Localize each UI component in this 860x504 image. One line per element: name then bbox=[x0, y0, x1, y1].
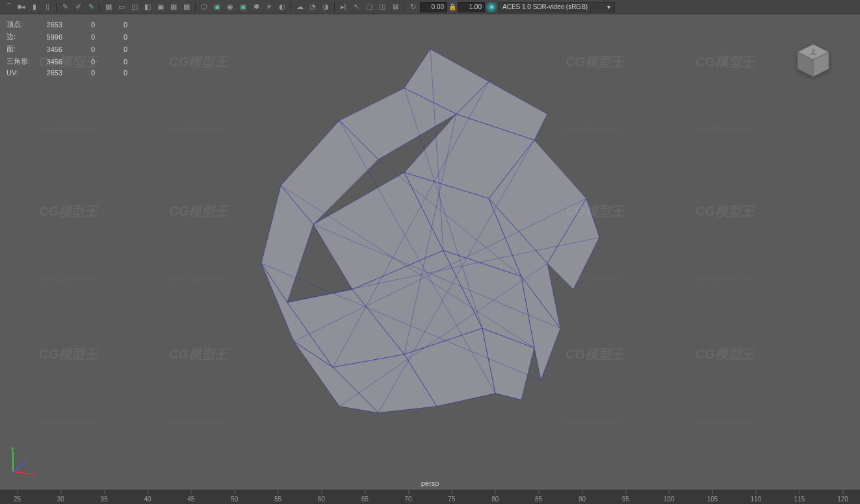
view-cube[interactable]: 上 bbox=[792, 40, 834, 82]
separator bbox=[56, 3, 57, 12]
grid-icon[interactable]: ▦ bbox=[103, 1, 114, 13]
viewport-toolbar: ⌒ ■◂ ▮ ▯ ✎ ✐ ✎ ▦ ▭ ◫ ◧ ▣ ▦ ▩ ⬡ ▣ ◉ ▣ ✱ ☀… bbox=[0, 0, 860, 14]
timeline-tick: 25 bbox=[14, 496, 21, 503]
film-gate-icon[interactable]: ▭ bbox=[116, 1, 127, 13]
watermark-url: www.CGMXW.com bbox=[39, 275, 94, 283]
watermark-url: www.CGMXW.com bbox=[696, 275, 750, 283]
timeline-tick: 30 bbox=[57, 496, 64, 503]
separator bbox=[99, 3, 100, 12]
svg-text:y: y bbox=[11, 446, 14, 452]
svg-line-36 bbox=[13, 472, 31, 474]
watermark: CG模型王 bbox=[696, 203, 754, 220]
svg-text:x: x bbox=[33, 471, 36, 477]
colorspace-dropdown[interactable]: ACES 1.0 SDR-video (sRGB) ▾ bbox=[498, 2, 615, 12]
hud-row: 面:345600 bbox=[7, 43, 137, 55]
hud-row: 三角形:345600 bbox=[7, 55, 137, 68]
dof-icon[interactable]: ◔ bbox=[307, 1, 319, 13]
timeline-track[interactable]: 2530354045505560657075808590951001051101… bbox=[0, 490, 860, 504]
watermark-url: www.CGMXW.com bbox=[696, 418, 750, 425]
hud-row: UV:265300 bbox=[7, 68, 137, 78]
ao-icon[interactable]: ◐ bbox=[276, 1, 288, 13]
isolate-icon[interactable]: ⬡ bbox=[198, 1, 210, 13]
brush2-icon[interactable]: ✐ bbox=[72, 1, 84, 13]
light-icon[interactable]: ✱ bbox=[250, 1, 262, 13]
select-icon[interactable]: ↖ bbox=[350, 1, 362, 13]
timeline-tick: 95 bbox=[622, 496, 629, 503]
box-icon[interactable]: ▢ bbox=[363, 1, 375, 13]
wireframe-icon[interactable]: ▦ bbox=[168, 1, 179, 13]
timeline-tick: 60 bbox=[318, 496, 325, 503]
watermark-url: www.CGMXW.com bbox=[696, 126, 750, 133]
refresh-icon[interactable]: ↻ bbox=[407, 1, 419, 13]
camera-icon[interactable]: ■◂ bbox=[16, 1, 27, 13]
gamma-field[interactable] bbox=[458, 2, 485, 12]
motion-blur-icon[interactable]: ◑ bbox=[320, 1, 332, 13]
texture-icon[interactable]: ▩ bbox=[181, 1, 192, 13]
shadow-icon[interactable]: ☀ bbox=[263, 1, 275, 13]
axis-gizmo: x y z bbox=[7, 446, 39, 478]
colorspace-icon[interactable]: ◉ bbox=[486, 2, 497, 12]
watermark: CG模型王 bbox=[696, 53, 754, 71]
region-icon[interactable]: ◧ bbox=[142, 1, 153, 13]
timeline-tick: 75 bbox=[448, 496, 455, 503]
timeline-tick: 45 bbox=[187, 496, 194, 503]
model-wireframe bbox=[209, 43, 651, 446]
timeline-tick: 90 bbox=[579, 496, 586, 503]
separator bbox=[334, 3, 335, 12]
timeline-tick: 80 bbox=[491, 496, 499, 503]
fog-icon[interactable]: ☁ bbox=[294, 1, 306, 13]
xray-icon[interactable]: ▣ bbox=[211, 1, 223, 13]
viewcube-top-label: 上 bbox=[810, 48, 816, 55]
timeline-tick: 85 bbox=[535, 496, 542, 503]
flag-icon[interactable]: ▯ bbox=[42, 1, 53, 13]
edit-icon[interactable]: ✎ bbox=[85, 1, 97, 13]
timeline-tick: 120 bbox=[837, 496, 848, 503]
poly-count-hud: 顶点:265300边:599600面:345600三角形:345600UV:26… bbox=[7, 18, 137, 78]
timeline-tick: 105 bbox=[707, 496, 718, 503]
hud-row: 边:599600 bbox=[7, 31, 137, 43]
timeline-tick: 55 bbox=[274, 496, 281, 503]
timeline-tick: 40 bbox=[144, 496, 151, 503]
separator bbox=[195, 3, 196, 12]
timeline[interactable]: 2530354045505560657075808590951001051101… bbox=[0, 490, 860, 504]
arrow-icon[interactable]: ▸| bbox=[337, 1, 349, 13]
cube-icon[interactable]: ▣ bbox=[237, 1, 249, 13]
timeline-tick: 65 bbox=[361, 496, 369, 503]
svg-text:z: z bbox=[24, 458, 27, 464]
chevron-down-icon: ▾ bbox=[607, 3, 610, 10]
timeline-tick: 100 bbox=[664, 496, 675, 503]
snap-curve-icon[interactable]: ⌒ bbox=[3, 1, 14, 13]
watermark-url: www.CGMXW.com bbox=[39, 418, 94, 425]
watermark: CG模型王 bbox=[39, 346, 98, 363]
shading-icon[interactable]: ▣ bbox=[155, 1, 166, 13]
timeline-tick: 110 bbox=[751, 496, 762, 503]
svg-line-40 bbox=[13, 464, 23, 472]
viewport[interactable]: 顶点:265300边:599600面:345600三角形:345600UV:26… bbox=[0, 14, 860, 490]
timeline-tick: 50 bbox=[231, 496, 238, 503]
globe-icon[interactable]: ◉ bbox=[224, 1, 236, 13]
timeline-tick: 115 bbox=[794, 496, 805, 503]
separator bbox=[291, 3, 291, 12]
timeline-tick: 35 bbox=[101, 496, 108, 503]
watermark-url: www.CGMXW.com bbox=[39, 126, 94, 133]
hud-row: 顶点:265300 bbox=[7, 18, 137, 31]
watermark: CG模型王 bbox=[39, 203, 98, 220]
timeline-tick: 70 bbox=[405, 496, 412, 503]
brush-icon[interactable]: ✎ bbox=[59, 1, 71, 13]
box2-icon[interactable]: ◫ bbox=[376, 1, 388, 13]
gate-mask-icon[interactable]: ◫ bbox=[129, 1, 140, 13]
separator bbox=[404, 3, 404, 12]
colorspace-label: ACES 1.0 SDR-video (sRGB) bbox=[502, 3, 588, 10]
xform-icon[interactable]: ⊠ bbox=[389, 1, 401, 13]
bookmark-icon[interactable]: ▮ bbox=[29, 1, 40, 13]
watermark: CG模型王 bbox=[696, 346, 754, 363]
camera-label: persp bbox=[421, 479, 439, 487]
exposure-field[interactable] bbox=[420, 2, 447, 12]
lock-icon[interactable]: 🔒 bbox=[449, 3, 456, 10]
